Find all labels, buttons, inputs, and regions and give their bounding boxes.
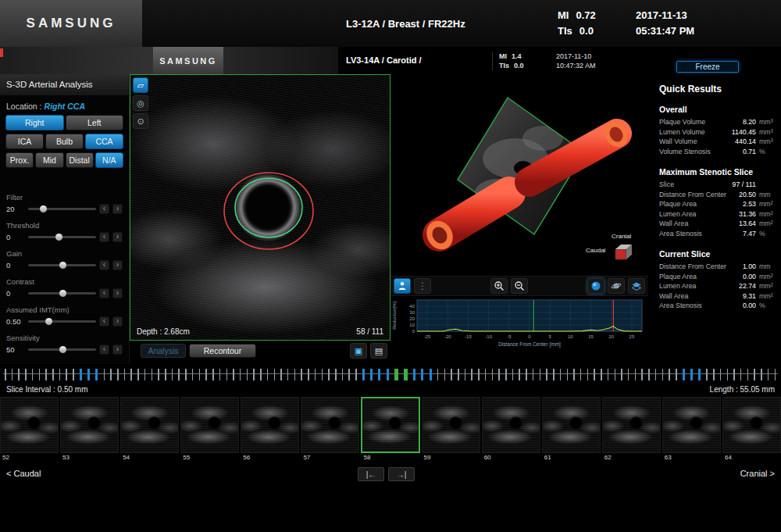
- slice-tick-64[interactable]: [451, 369, 452, 380]
- slice-tick-51[interactable]: [348, 369, 350, 380]
- thumbnail-slice-60[interactable]: 60: [482, 397, 540, 463]
- slice-tick-99[interactable]: [690, 369, 693, 380]
- slice-tick-76[interactable]: [533, 369, 534, 380]
- zoom-out-button[interactable]: [511, 278, 528, 294]
- slice-tick-34[interactable]: [233, 369, 234, 380]
- slice-tick-58[interactable]: [404, 369, 408, 380]
- slice-tick-100[interactable]: [698, 369, 701, 380]
- slice-tick-52[interactable]: [355, 369, 357, 380]
- slice-tick-86[interactable]: [601, 369, 602, 380]
- slice-tick-4[interactable]: [25, 369, 27, 380]
- volume-render-button[interactable]: [587, 278, 604, 294]
- next-slice-button[interactable]: →|: [388, 467, 415, 481]
- freeze-button[interactable]: Freeze: [676, 61, 739, 73]
- slice-tick-33[interactable]: [226, 369, 228, 380]
- thumbnail-slice-64[interactable]: 64: [722, 397, 781, 463]
- thumbnail-slice-59[interactable]: 59: [422, 397, 480, 463]
- step-decrease-button[interactable]: ‹: [99, 232, 109, 242]
- step-decrease-button[interactable]: ‹: [99, 345, 109, 355]
- vessel-3d-pane[interactable]: Cranial Caudal: [390, 74, 648, 276]
- slice-tick-43[interactable]: [294, 369, 296, 380]
- slice-tick-49[interactable]: [335, 369, 337, 380]
- toggle-button-mid[interactable]: Mid: [35, 152, 63, 168]
- slice-tick-42[interactable]: [287, 369, 289, 380]
- slice-tick-13[interactable]: [87, 369, 90, 380]
- analysis-button[interactable]: Analysis: [141, 344, 186, 358]
- slice-tick-69[interactable]: [485, 369, 487, 380]
- slice-tick-46[interactable]: [315, 369, 316, 380]
- slice-tick-98[interactable]: [683, 369, 685, 380]
- slice-tick-18[interactable]: [124, 369, 126, 380]
- slice-tick-5[interactable]: [32, 369, 34, 380]
- slice-tick-74[interactable]: [519, 369, 520, 380]
- slice-tick-39[interactable]: [267, 369, 269, 380]
- slice-tick-53[interactable]: [362, 369, 365, 380]
- slice-tick-20[interactable]: [137, 369, 139, 380]
- slice-tick-54[interactable]: [370, 369, 373, 380]
- slice-tick-65[interactable]: [458, 369, 459, 380]
- slice-tick-32[interactable]: [219, 369, 221, 380]
- slice-tick-25[interactable]: [172, 369, 173, 380]
- slider-thumb[interactable]: [59, 346, 66, 353]
- slice-tick-83[interactable]: [580, 369, 582, 380]
- toggle-button-right[interactable]: Right: [5, 115, 64, 130]
- slice-tick-14[interactable]: [95, 369, 98, 380]
- slice-tick-28[interactable]: [192, 369, 194, 380]
- step-increase-button[interactable]: ›: [112, 288, 123, 298]
- slice-tick-63[interactable]: [444, 369, 446, 380]
- slice-tick-45[interactable]: [308, 369, 309, 380]
- slider-track[interactable]: [28, 208, 96, 210]
- slice-tick-27[interactable]: [185, 369, 187, 380]
- slice-tick-36[interactable]: [247, 369, 248, 380]
- slice-tick-29[interactable]: [199, 369, 201, 380]
- slice-tick-101[interactable]: [706, 369, 708, 380]
- slider-track[interactable]: [28, 264, 96, 266]
- slider-track[interactable]: [28, 292, 96, 295]
- probe-orientation-button[interactable]: [394, 278, 411, 294]
- rotate-view-button[interactable]: ◎: [133, 95, 148, 111]
- step-increase-button[interactable]: ›: [112, 345, 123, 355]
- plane-select-button[interactable]: ▱: [133, 77, 148, 93]
- slice-tick-89[interactable]: [621, 369, 622, 380]
- mpr-mode-button[interactable]: [608, 278, 625, 294]
- slider-thumb[interactable]: [59, 262, 66, 269]
- slice-tick-93[interactable]: [648, 369, 650, 380]
- toggle-button-ica[interactable]: ICA: [5, 134, 44, 149]
- slice-tick-108[interactable]: [754, 369, 755, 380]
- slice-tick-97[interactable]: [676, 369, 677, 380]
- slider-thumb[interactable]: [55, 234, 62, 241]
- slice-tick-70[interactable]: [492, 369, 494, 380]
- toolbar-handle[interactable]: ⋮: [414, 278, 431, 294]
- slice-tick-72[interactable]: [505, 369, 507, 380]
- slice-tick-62[interactable]: [437, 369, 439, 380]
- slider-thumb[interactable]: [59, 290, 66, 297]
- slice-tick-26[interactable]: [178, 369, 180, 380]
- slice-tick-47[interactable]: [322, 369, 323, 380]
- ultrasound-2d-pane[interactable]: ▱ ◎ ⊙ Depth : 2.68cm 58 / 111: [130, 74, 390, 341]
- thumbnail-slice-53[interactable]: 53: [60, 397, 119, 463]
- slice-tick-41[interactable]: [280, 369, 282, 380]
- slice-tick-94[interactable]: [655, 369, 657, 380]
- slice-tick-44[interactable]: [301, 369, 302, 380]
- slice-tick-82[interactable]: [573, 369, 575, 380]
- slice-tick-102[interactable]: [713, 369, 715, 380]
- step-decrease-button[interactable]: ‹: [99, 204, 109, 214]
- slice-tick-59[interactable]: [413, 369, 415, 380]
- thumbnail-slice-56[interactable]: 56: [241, 397, 299, 463]
- slice-tick-15[interactable]: [104, 369, 105, 380]
- slice-tick-57[interactable]: [394, 369, 398, 380]
- slice-tick-67[interactable]: [471, 369, 473, 380]
- step-increase-button[interactable]: ›: [112, 260, 123, 270]
- recontour-button[interactable]: Recontour: [189, 344, 256, 358]
- slice-tick-68[interactable]: [478, 369, 480, 380]
- slice-tick-22[interactable]: [152, 369, 153, 380]
- slice-tick-55[interactable]: [378, 369, 380, 380]
- slider-thumb[interactable]: [45, 318, 52, 325]
- slice-tick-24[interactable]: [165, 369, 166, 380]
- thumbnail-slice-61[interactable]: 61: [542, 397, 601, 463]
- slice-tick-92[interactable]: [641, 369, 643, 380]
- slice-tick-110[interactable]: [768, 369, 769, 380]
- slice-tick-12[interactable]: [80, 369, 82, 380]
- toggle-button-cca[interactable]: CCA: [85, 134, 123, 149]
- slice-tick-56[interactable]: [387, 369, 389, 380]
